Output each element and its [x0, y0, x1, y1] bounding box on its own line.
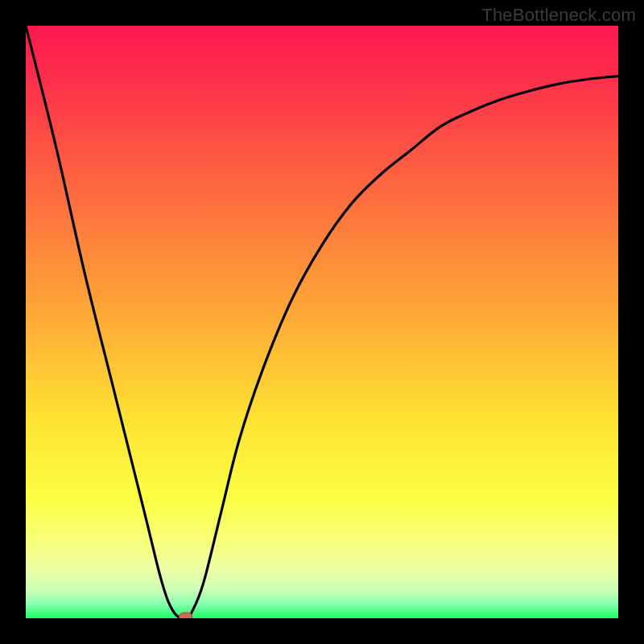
chart-frame: TheBottleneck.com [0, 0, 644, 644]
plot-svg [26, 26, 618, 618]
watermark-text: TheBottleneck.com [481, 5, 636, 26]
plot-area [26, 26, 618, 618]
gradient-background [26, 26, 618, 618]
minimum-marker [180, 613, 192, 618]
